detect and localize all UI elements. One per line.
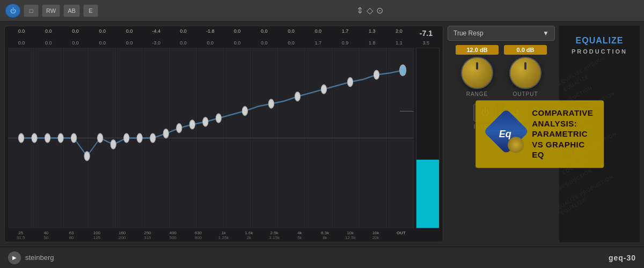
band-val-6-top: -4.4 [152,28,161,35]
band-val-1-top: 0.0 [18,28,25,35]
e-button[interactable]: E [83,4,98,17]
freq-label-15a: 16k [372,230,379,235]
freq-label-14a: 10k [347,230,354,235]
arrows-button[interactable]: ⇕ [356,5,363,16]
eq-graph[interactable] [8,48,440,228]
band-val-4-bot: 0.0 [99,40,106,47]
eq-dot-16 [216,114,221,123]
ab-button[interactable]: AB [63,4,80,17]
eq-display: 0.0 0.0 0.0 0.0 0.0 -4.4 0.0 -1.8 0.0 0.… [4,26,443,242]
eq-curve-svg [8,48,414,228]
logo-text: Eq [499,129,511,140]
freq-label-4a: 100 [93,230,100,235]
freq-label-7a: 400 [169,230,176,235]
eq-values-bottom: 0.0 0.0 0.0 0.0 0.0 -3.0 0.0 0.0 0.0 0.0… [5,38,443,47]
range-knob-group: 12.0 dB RANGE [456,45,499,97]
overlay-heading: COMPARATIVE ANALYSIS: PARAMETRIC VS GRAP… [532,108,593,160]
eq-dot-4 [58,133,63,143]
eq-dot-13 [177,123,182,132]
band-val-10-bot: 0.0 [261,40,268,47]
freq-label-14b: 12.5k [345,235,356,240]
band-val-14-top: 1.3 [369,28,376,35]
output-knob[interactable] [509,57,541,89]
brand-production: PRODUCTION [572,48,627,55]
range-value: 12.0 dB [456,45,499,55]
freq-label-12b: 5k [297,235,302,240]
output-label: OUTPUT [513,91,538,97]
freq-label-6a: 250 [144,230,151,235]
diamond-button[interactable]: ◇ [367,5,373,16]
freq-label-8b: 800 [195,235,202,240]
freq-label-13b: 8k [323,235,327,240]
rw-button[interactable]: RW [42,4,60,17]
freq-label-10b: 2k [247,235,251,240]
freq-label-4b: 125 [93,235,100,240]
eq-dot-1 [18,133,24,143]
freq-label-11b: 3.15k [269,235,280,240]
brand-header: EQUALIZE PRODUCTION [572,31,627,59]
band-val-9-bot: 0.0 [234,40,241,47]
eq-dot-18 [268,99,274,108]
eq-dot-8 [111,140,116,149]
dropdown-label: True Resp [453,29,484,37]
band-val-13-bot: 0.9 [342,40,349,47]
eq-dot-21 [347,78,353,87]
band-val-4-top: 0.0 [99,28,106,35]
output-knob-group: 0.0 dB OUTPUT [504,45,547,97]
eq-dot-last [399,65,406,76]
freq-label-8a: 630 [195,230,202,235]
freq-label-9a: 1k [221,230,225,235]
eq-dot-9 [124,133,129,143]
eq-values-top: 0.0 0.0 0.0 0.0 0.0 -4.4 0.0 -1.8 0.0 0.… [5,26,443,38]
eq-dot-12 [163,129,169,138]
dropdown-arrow-icon: ▼ [543,29,549,37]
band-val-1-bot: 0.0 [18,40,25,47]
freq-label-7b: 500 [169,235,176,240]
steinberg-icon: ▶ [8,251,21,264]
band-val-8-top: -1.8 [206,28,215,35]
out-value: -7.1 [420,28,433,38]
band-val-8-bot: 0.0 [207,40,214,47]
band-val-2-top: 0.0 [45,28,52,35]
true-resp-dropdown[interactable]: True Resp ▼ [448,26,555,41]
band-val-5-bot: 0.0 [126,40,133,47]
steinberg-label: steinberg [25,254,54,262]
eq-dot-20 [321,85,326,94]
eq-dot-7 [98,133,103,143]
freq-label-1a: 25 [18,230,23,235]
band-val-13-top: 1.7 [342,28,349,35]
freq-label-3a: 63 [69,230,74,235]
camera-button[interactable]: ⊙ [376,5,383,16]
freq-label-3b: 80 [69,235,74,240]
toolbar: ⏻ □ RW AB E ⇕ ◇ ⊙ [0,0,644,21]
band-val-11-top: 0.0 [288,28,295,35]
eq-dot-3 [45,133,50,143]
band-val-5-top: 0.0 [126,28,133,35]
freq-label-10a: 1.6k [245,230,253,235]
freq-label-12a: 4k [297,230,302,235]
square-button[interactable]: □ [24,4,39,17]
freq-label-11a: 2.5k [270,230,279,235]
overlay-logo: Eq [486,115,524,153]
range-label: RANGE [466,91,488,97]
steinberg-logo: ▶ steinberg [8,251,54,264]
knob-row: 12.0 dB RANGE 0.0 dB OUTPUT [448,45,555,97]
out-meter [416,48,440,228]
eq-dot-22 [374,70,379,79]
eq-dot-10 [137,133,142,143]
band-val-12-top: 0.0 [315,28,322,35]
band-val-10-top: 0.0 [261,28,268,35]
band-val-16-bot: 3.5 [423,40,430,47]
bottom-bar: ▶ steinberg geq-30 [0,247,644,268]
freq-labels-row: 25 31.5 40 50 63 80 100 125 160 200 250 … [5,229,443,242]
power-button[interactable]: ⏻ [5,4,20,18]
range-knob[interactable] [461,57,493,89]
freq-label-2a: 40 [43,230,48,235]
freq-label-5b: 200 [119,235,126,240]
overlay-banner: Eq COMPARATIVE ANALYSIS: PARAMETRIC VS G… [475,100,604,168]
band-val-12-bot: 1.7 [315,40,322,47]
brand-eq: EQUALIZE [576,36,624,45]
toolbar-center: ⇕ ◇ ⊙ [101,5,639,16]
watermark-1: EQUALIZE PRODUCTION [559,59,619,86]
right-panel: True Resp ▼ 12.0 dB RANGE 0.0 dB OUTPUT … [448,26,555,242]
